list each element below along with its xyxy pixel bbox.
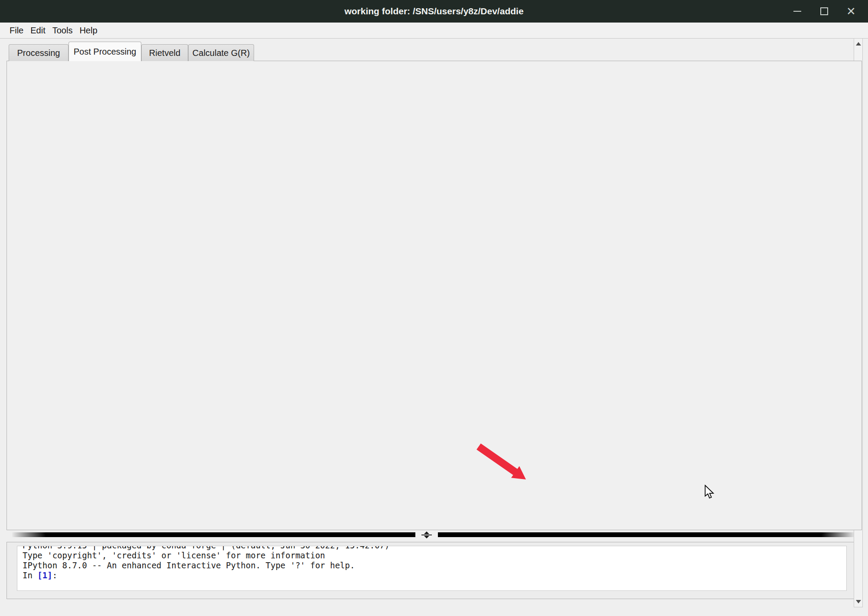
close-icon: ✕	[846, 6, 856, 17]
title-bar[interactable]: working folder: /SNS/users/y8z/Dev/addie…	[0, 0, 868, 23]
minimize-button[interactable]	[788, 3, 806, 20]
console-prompt: In [1]:	[23, 570, 841, 580]
mouse-cursor-icon	[704, 485, 715, 499]
tab-rietveld[interactable]: Rietveld	[141, 44, 188, 61]
window-title: working folder: /SNS/users/y8z/Dev/addie	[0, 0, 868, 23]
tab-page	[7, 61, 862, 530]
annotation-arrow-icon	[472, 442, 532, 486]
close-button[interactable]: ✕	[842, 3, 860, 20]
tab-processing[interactable]: Processing	[9, 44, 69, 61]
menu-edit[interactable]: Edit	[30, 26, 45, 36]
menu-tools[interactable]: Tools	[52, 26, 73, 36]
prompt-colon: :	[52, 570, 57, 580]
splitter-arrows-icon	[418, 531, 435, 539]
console-text-area[interactable]: Python 3.9.15 | packaged by conda-forge …	[17, 546, 847, 591]
tab-calculate-gr[interactable]: Calculate G(R)	[188, 44, 254, 61]
menu-help[interactable]: Help	[79, 26, 97, 36]
tab-post-processing[interactable]: Post Processing	[69, 42, 141, 61]
splitter-handle[interactable]	[415, 531, 438, 539]
scroll-down-icon[interactable]	[854, 597, 862, 606]
maximize-icon	[820, 7, 828, 15]
menu-file[interactable]: File	[10, 26, 23, 36]
console-line: IPython 8.7.0 -- An enhanced Interactive…	[23, 561, 841, 570]
application-window: working folder: /SNS/users/y8z/Dev/addie…	[0, 0, 868, 616]
ipython-console[interactable]: Python 3.9.15 | packaged by conda-forge …	[7, 542, 862, 599]
console-line: Python 3.9.15 | packaged by conda-forge …	[23, 546, 841, 551]
maximize-button[interactable]	[815, 3, 833, 20]
console-line: Type 'copyright', 'credits' or 'license'…	[23, 551, 841, 561]
prompt-number: [1]	[37, 570, 52, 580]
prompt-in: In	[23, 570, 37, 580]
minimize-icon	[793, 11, 801, 12]
menu-bar: File Edit Tools Help	[0, 23, 868, 39]
scroll-up-icon[interactable]	[854, 39, 862, 48]
